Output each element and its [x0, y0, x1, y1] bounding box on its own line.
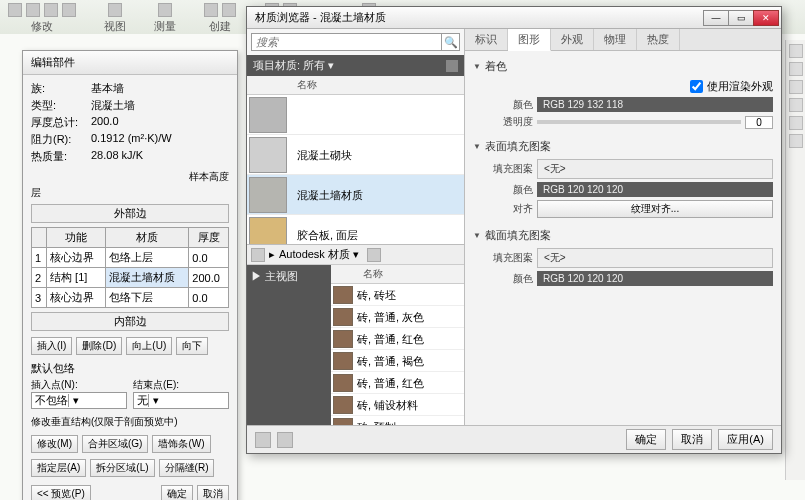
- modify-button[interactable]: 修改(M): [31, 435, 78, 453]
- library-row[interactable]: 砖, 预制: [331, 416, 464, 425]
- tab[interactable]: 图形: [508, 29, 551, 51]
- layers-label: 层: [31, 186, 229, 200]
- ribbon-group[interactable]: 测量: [154, 3, 176, 34]
- dialog-title: 编辑部件: [23, 51, 237, 75]
- up-button[interactable]: 向上(U): [126, 337, 172, 355]
- outer-edge-label: 外部边: [31, 204, 229, 223]
- apply-button[interactable]: 应用(A): [718, 429, 773, 450]
- dialog-title: 材质浏览器 - 混凝土墙材质: [255, 10, 386, 25]
- search-icon[interactable]: 🔍: [442, 33, 460, 51]
- table-row: 2结构 [1]混凝土墙材质200.0: [32, 268, 229, 288]
- insert-button[interactable]: 插入(I): [31, 337, 72, 355]
- dock-icon[interactable]: [789, 44, 803, 58]
- dock-icon[interactable]: [789, 134, 803, 148]
- library-row[interactable]: 砖, 普通, 褐色: [331, 350, 464, 372]
- dock-icon[interactable]: [789, 116, 803, 130]
- sweep-button[interactable]: 墙饰条(W): [152, 435, 210, 453]
- material-browser-dialog: 材质浏览器 - 混凝土墙材质 — ▭ ✕ 🔍 项目材质: 所有 ▾ 名称 混凝土…: [246, 6, 782, 454]
- library-list: 名称 砖, 砖坯砖, 普通, 灰色砖, 普通, 红色砖, 普通, 褐色砖, 普通…: [331, 265, 464, 425]
- library-row[interactable]: 砖, 砖坯: [331, 284, 464, 306]
- tab[interactable]: 标识: [465, 29, 508, 50]
- edit-assembly-dialog: 编辑部件 族:基本墙 类型:混凝土墙 厚度总计:200.0 阻力(R):0.19…: [22, 50, 238, 500]
- insert-point-select[interactable]: 不包络▾: [31, 392, 127, 409]
- inner-edge-label: 内部边: [31, 312, 229, 331]
- view-icon[interactable]: [367, 248, 381, 262]
- library-row[interactable]: 砖, 普通, 红色: [331, 328, 464, 350]
- ribbon-group[interactable]: 创建: [204, 3, 236, 34]
- dock-icon[interactable]: [789, 62, 803, 76]
- down-button[interactable]: 向下: [176, 337, 208, 355]
- minimize-button[interactable]: —: [703, 10, 729, 26]
- right-dock: [785, 40, 805, 480]
- section-surface[interactable]: 表面填充图案: [473, 137, 773, 156]
- material-row[interactable]: [247, 95, 464, 135]
- use-render-checkbox[interactable]: 使用渲染外观: [537, 79, 773, 94]
- assign-button[interactable]: 指定层(A): [31, 459, 86, 477]
- close-button[interactable]: ✕: [753, 10, 779, 26]
- material-row[interactable]: 混凝土墙材质: [247, 175, 464, 215]
- cut-fill[interactable]: <无>: [537, 248, 773, 268]
- ok-button[interactable]: 确定: [161, 485, 193, 500]
- ribbon-group[interactable]: 视图: [104, 3, 126, 34]
- section-shading[interactable]: 着色: [473, 57, 773, 76]
- preview-button[interactable]: << 预览(P): [31, 485, 91, 500]
- ok-button[interactable]: 确定: [626, 429, 666, 450]
- material-row[interactable]: 胶合板, 面层: [247, 215, 464, 244]
- table-row: 1核心边界包络上层0.0: [32, 248, 229, 268]
- sample-height-label: 样本高度: [31, 170, 229, 184]
- table-row: 3核心边界包络下层0.0: [32, 288, 229, 308]
- library-row[interactable]: 砖, 铺设材料: [331, 394, 464, 416]
- left-pane: 🔍 项目材质: 所有 ▾ 名称 混凝土砌块混凝土墙材质胶合板, 面层 ▸ Aut…: [247, 29, 465, 425]
- titlebar[interactable]: 材质浏览器 - 混凝土墙材质 — ▭ ✕: [247, 7, 781, 29]
- dialog-footer: 确定 取消 应用(A): [247, 425, 781, 453]
- texture-align-button[interactable]: 纹理对齐...: [537, 200, 773, 218]
- tab[interactable]: 物理: [594, 29, 637, 50]
- duplicate-icon[interactable]: [277, 432, 293, 448]
- project-materials: 名称 混凝土砌块混凝土墙材质胶合板, 面层: [247, 76, 464, 244]
- dock-icon[interactable]: [789, 98, 803, 112]
- layers-table[interactable]: 功能材质厚度 1核心边界包络上层0.0 2结构 [1]混凝土墙材质200.0 3…: [31, 227, 229, 308]
- cancel-button[interactable]: 取消: [197, 485, 229, 500]
- delete-button[interactable]: 删除(D): [76, 337, 122, 355]
- wrap-section: 默认包络 插入点(N): 不包络▾ 结束点(E): 无▾: [31, 361, 229, 409]
- dock-icon[interactable]: [789, 80, 803, 94]
- surface-color[interactable]: RGB 120 120 120: [537, 182, 773, 197]
- library-tree[interactable]: ▶ 主视图: [247, 265, 331, 425]
- material-row[interactable]: 混凝土砌块: [247, 135, 464, 175]
- transparency-slider[interactable]: 0: [537, 116, 773, 129]
- library-row[interactable]: 砖, 普通, 红色: [331, 372, 464, 394]
- shading-color[interactable]: RGB 129 132 118: [537, 97, 773, 112]
- ribbon-group[interactable]: 修改: [8, 3, 76, 34]
- properties: 族:基本墙 类型:混凝土墙 厚度总计:200.0 阻力(R):0.1912 (m…: [31, 81, 229, 164]
- home-icon[interactable]: [251, 248, 265, 262]
- split-button[interactable]: 拆分区域(L): [90, 459, 154, 477]
- surface-fill[interactable]: <无>: [537, 159, 773, 179]
- tab[interactable]: 热度: [637, 29, 680, 50]
- library-bar[interactable]: ▸ Autodesk 材质 ▾: [247, 245, 464, 265]
- right-pane: 标识图形外观物理热度 着色 使用渲染外观 颜色RGB 129 132 118 透…: [465, 29, 781, 425]
- merge-button[interactable]: 合并区域(G): [82, 435, 148, 453]
- filter-bar[interactable]: 项目材质: 所有 ▾: [247, 55, 464, 76]
- cut-color[interactable]: RGB 120 120 120: [537, 271, 773, 286]
- library-row[interactable]: 砖, 普通, 灰色: [331, 306, 464, 328]
- section-cut[interactable]: 截面填充图案: [473, 226, 773, 245]
- end-point-select[interactable]: 无▾: [133, 392, 229, 409]
- tab[interactable]: 外观: [551, 29, 594, 50]
- new-material-icon[interactable]: [255, 432, 271, 448]
- cancel-button[interactable]: 取消: [672, 429, 712, 450]
- search-input[interactable]: [251, 33, 442, 51]
- reveal-button[interactable]: 分隔缝(R): [159, 459, 215, 477]
- maximize-button[interactable]: ▭: [728, 10, 754, 26]
- modify-label: 修改垂直结构(仅限于剖面预览中): [31, 415, 229, 429]
- tabs: 标识图形外观物理热度: [465, 29, 781, 51]
- view-icon[interactable]: [446, 60, 458, 72]
